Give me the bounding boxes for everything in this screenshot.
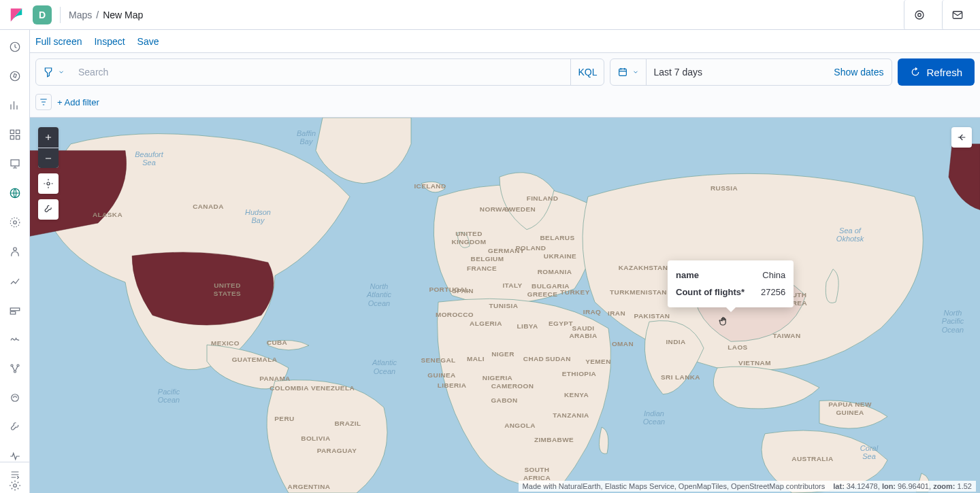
svg-text:KAZAKHSTAN: KAZAKHSTAN: [619, 264, 668, 271]
svg-text:STATES: STATES: [214, 290, 241, 298]
svg-text:North: North: [944, 309, 962, 317]
svg-text:PAKISTAN: PAKISTAN: [634, 313, 670, 320]
svg-rect-6: [16, 131, 19, 134]
refresh-button[interactable]: Refresh: [898, 58, 975, 86]
svg-text:SOUTH: SOUTH: [525, 466, 550, 473]
filter-options-button[interactable]: [35, 94, 52, 110]
svg-text:ALASKA: ALASKA: [93, 211, 122, 218]
svg-point-12: [13, 221, 16, 224]
quickselect-button[interactable]: [610, 59, 646, 85]
svg-text:OMAN: OMAN: [612, 340, 634, 347]
inspect-link[interactable]: Inspect: [94, 36, 125, 47]
nav-uptime-icon[interactable]: [7, 331, 23, 347]
saved-query-button[interactable]: [36, 59, 71, 85]
breadcrumb-root[interactable]: Maps: [69, 10, 92, 20]
svg-text:ARGENTINA: ARGENTINA: [288, 483, 331, 490]
svg-text:CUBA: CUBA: [267, 339, 287, 346]
tooltip-key-name: name: [676, 267, 699, 284]
map-tooltip: name China Count of flights* 27256: [668, 260, 794, 307]
nav-infra-icon[interactable]: [7, 244, 23, 260]
svg-text:Ocean: Ocean: [368, 299, 390, 307]
layers-panel-toggle[interactable]: [951, 127, 972, 148]
svg-text:SRI LANKA: SRI LANKA: [661, 374, 700, 381]
svg-text:Atlantic: Atlantic: [366, 291, 392, 299]
svg-text:SWEDEN: SWEDEN: [504, 206, 536, 214]
svg-text:Pacific: Pacific: [158, 388, 180, 396]
svg-text:ANGOLA: ANGOLA: [504, 422, 536, 429]
svg-text:PERU: PERU: [274, 415, 294, 423]
svg-text:Bay: Bay: [300, 137, 314, 146]
nav-maps-icon[interactable]: [7, 186, 23, 201]
svg-text:YEMEN: YEMEN: [585, 358, 611, 365]
svg-text:LIBYA: LIBYA: [517, 322, 538, 330]
search-input[interactable]: [71, 59, 570, 85]
nav-logs-icon[interactable]: [7, 273, 23, 289]
svg-text:PORTUGAL: PORTUGAL: [429, 286, 469, 293]
zoom-in-button[interactable]: [38, 127, 59, 148]
svg-text:Hudson: Hudson: [245, 208, 271, 216]
svg-text:BRAZIL: BRAZIL: [334, 420, 361, 427]
date-group: Last 7 days Show dates: [610, 58, 892, 86]
svg-text:MEXICO: MEXICO: [211, 339, 240, 347]
nav-visualize-icon[interactable]: [7, 98, 23, 114]
breadcrumb-current: New Map: [103, 10, 143, 20]
svg-rect-5: [10, 131, 14, 134]
svg-text:GUATEMALA: GUATEMALA: [232, 356, 278, 363]
svg-text:Pacific: Pacific: [942, 317, 964, 325]
nav-recent-icon[interactable]: [7, 39, 23, 55]
nav-siem-icon[interactable]: [7, 360, 23, 376]
svg-text:Okhotsk: Okhotsk: [836, 235, 864, 243]
nav-canvas-icon[interactable]: [7, 156, 23, 172]
svg-text:Baffin: Baffin: [297, 129, 316, 137]
mail-icon[interactable]: [942, 0, 972, 30]
nav-dev-icon[interactable]: [7, 419, 23, 435]
svg-text:Indian: Indian: [644, 409, 664, 418]
breadcrumb: Maps / New Map: [69, 10, 143, 20]
svg-text:LAOS: LAOS: [728, 343, 747, 351]
tools-button[interactable]: [38, 199, 59, 220]
svg-text:GERMANY: GERMANY: [488, 247, 525, 254]
fullscreen-link[interactable]: Full screen: [35, 36, 82, 47]
svg-text:MOROCCO: MOROCCO: [436, 311, 474, 319]
svg-text:Ocean: Ocean: [374, 367, 395, 375]
newsfeed-icon[interactable]: [904, 0, 934, 30]
nav-collapse-icon[interactable]: [0, 462, 30, 486]
zoom-out-button[interactable]: [38, 148, 59, 168]
nav-dashboard-icon[interactable]: [7, 127, 23, 143]
nav-ml-icon[interactable]: [7, 215, 23, 231]
svg-text:CANADA: CANADA: [193, 203, 224, 210]
svg-text:ICELAND: ICELAND: [414, 182, 446, 190]
nav-apm-icon[interactable]: [7, 302, 23, 318]
kql-toggle[interactable]: KQL: [570, 59, 604, 85]
svg-text:TANZANIA: TANZANIA: [553, 411, 589, 419]
map-canvas[interactable]: RUSSIACANADAUNITEDSTATESMEXICOCUBAGUATEM…: [30, 118, 980, 493]
show-dates-link[interactable]: Show dates: [826, 59, 892, 85]
svg-text:FINLAND: FINLAND: [527, 194, 559, 202]
svg-text:FRANCE: FRANCE: [467, 265, 497, 272]
svg-text:Atlantic: Atlantic: [372, 358, 397, 367]
space-avatar[interactable]: D: [33, 5, 52, 24]
svg-text:TURKEY: TURKEY: [560, 288, 590, 296]
refresh-label: Refresh: [926, 67, 962, 78]
fit-bounds-button[interactable]: [38, 173, 59, 194]
svg-text:BELGIUM: BELGIUM: [471, 255, 504, 262]
tooltip-key-count: Count of flights*: [676, 284, 745, 301]
svg-text:Bay: Bay: [252, 216, 265, 224]
date-range-label[interactable]: Last 7 days: [646, 59, 826, 85]
svg-text:ETHIOPIA: ETHIOPIA: [562, 370, 596, 377]
add-filter-button[interactable]: + Add filter: [57, 97, 99, 107]
svg-text:Sea: Sea: [862, 452, 876, 460]
svg-text:TUNISIA: TUNISIA: [489, 302, 519, 309]
kibana-logo[interactable]: [8, 7, 24, 23]
svg-text:GUINEA: GUINEA: [427, 371, 455, 379]
save-link[interactable]: Save: [137, 36, 159, 47]
nav-discover-icon[interactable]: [7, 69, 23, 84]
nav-stack-icon[interactable]: [7, 390, 23, 405]
svg-text:Sea: Sea: [142, 158, 156, 167]
svg-text:GUINEA: GUINEA: [836, 409, 864, 416]
map-coords: lat: 34.12478, lon: 96.96401, zoom: 1.52: [829, 481, 976, 492]
tooltip-val-count: 27256: [761, 284, 785, 301]
svg-text:KINGDOM: KINGDOM: [451, 238, 486, 245]
svg-text:IRAQ: IRAQ: [583, 308, 602, 316]
svg-text:CHAD: CHAD: [523, 355, 544, 362]
